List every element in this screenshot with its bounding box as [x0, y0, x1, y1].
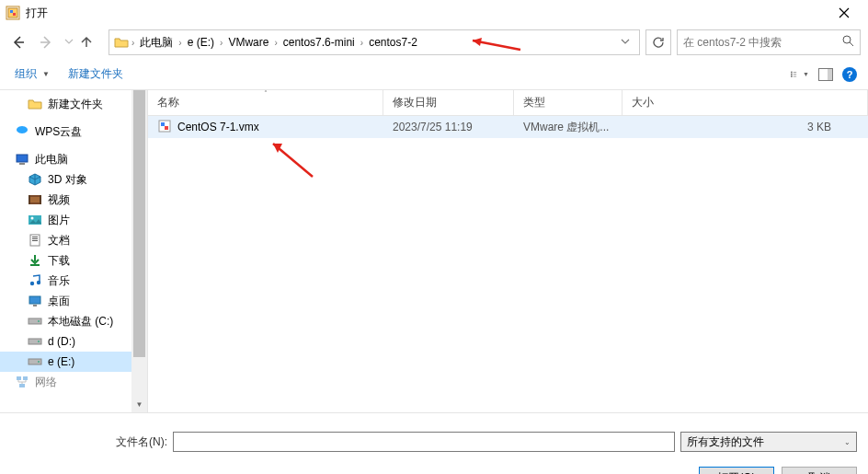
tree-label: 此电脑	[35, 152, 68, 168]
filename-input[interactable]	[173, 432, 675, 452]
sidebar-item[interactable]: 图片	[0, 210, 147, 230]
svg-rect-41	[165, 126, 168, 130]
svg-rect-10	[794, 75, 796, 76]
back-button[interactable]	[7, 31, 29, 53]
drive-icon	[28, 314, 42, 329]
sidebar-item[interactable]: 网络	[0, 372, 147, 392]
chevron-right-icon[interactable]: ›	[360, 38, 363, 48]
view-mode-button[interactable]: ▼	[791, 65, 809, 84]
sidebar-item[interactable]: 文档	[0, 230, 147, 250]
sort-indicator-icon: ˄	[264, 89, 268, 98]
navbar: › 此电脑 › e (E:) › VMware › centos7.6-mini…	[0, 26, 868, 59]
forward-button[interactable]	[35, 31, 57, 53]
svg-point-26	[30, 282, 34, 285]
downloads-icon	[28, 253, 42, 268]
sidebar-item[interactable]: 音乐	[0, 271, 147, 291]
filename-label: 文件名(N):	[11, 434, 167, 450]
breadcrumb-item[interactable]: centos7.6-mini	[280, 34, 359, 51]
tree-label: WPS云盘	[35, 124, 82, 140]
app-icon	[6, 6, 20, 20]
sidebar-item[interactable]: WPS云盘	[0, 121, 147, 142]
help-button[interactable]: ?	[842, 67, 857, 82]
new-folder-button[interactable]: 新建文件夹	[64, 64, 127, 84]
sidebar-item[interactable]: d (D:)	[0, 331, 147, 352]
organize-menu[interactable]: 组织 ▼	[11, 64, 53, 84]
column-header-row: ˄ 名称 修改日期 类型 大小	[148, 90, 868, 116]
sidebar-item[interactable]: 本地磁盘 (C:)	[0, 311, 147, 331]
sidebar-item[interactable]: e (E:)	[0, 352, 147, 372]
breadcrumb-item[interactable]: VMware	[224, 34, 272, 51]
column-header-name[interactable]: ˄ 名称	[148, 90, 383, 115]
open-button[interactable]: 打开(O)	[699, 467, 774, 474]
svg-point-27	[37, 281, 40, 284]
sidebar-item[interactable]: 视频	[0, 190, 147, 210]
search-box[interactable]	[677, 29, 861, 55]
search-icon[interactable]	[842, 35, 854, 50]
chevron-right-icon[interactable]: ›	[131, 38, 134, 48]
breadcrumb[interactable]: › 此电脑 › e (E:) › VMware › centos7.6-mini…	[108, 29, 640, 55]
file-type-filter[interactable]: 所有支持的文件 ⌄	[680, 432, 857, 452]
col-name-label: 名称	[157, 95, 179, 110]
toolbar: 组织 ▼ 新建文件夹 ▼ ?	[0, 59, 868, 90]
chevron-right-icon[interactable]: ›	[274, 38, 277, 48]
desktop-icon	[28, 294, 42, 308]
search-input[interactable]	[683, 36, 842, 49]
scroll-down-arrow[interactable]: ▼	[131, 397, 147, 412]
folder-icon	[28, 97, 42, 111]
chevron-right-icon[interactable]: ›	[220, 38, 223, 48]
svg-rect-36	[17, 376, 21, 380]
svg-point-4	[843, 36, 851, 43]
col-type-label: 类型	[523, 95, 545, 110]
file-pane: ˄ 名称 修改日期 类型 大小 CentOS 7-1.vmx2023/7/25 …	[148, 90, 868, 412]
up-button[interactable]	[75, 31, 97, 53]
svg-rect-28	[29, 296, 40, 304]
sidebar-item[interactable]: 此电脑	[0, 149, 147, 169]
tree-label: 下载	[48, 253, 70, 269]
caret-down-icon: ▼	[803, 71, 809, 77]
docs-icon	[28, 233, 42, 248]
thispc-icon	[15, 152, 29, 167]
column-header-size[interactable]: 大小	[622, 90, 868, 115]
sidebar-item[interactable]: 下载	[0, 250, 147, 271]
preview-pane-button[interactable]	[817, 65, 835, 84]
sidebar-item[interactable]: 新建文件夹	[0, 94, 147, 114]
title-text: 打开	[26, 6, 48, 21]
col-date-label: 修改日期	[393, 95, 437, 110]
cancel-button[interactable]: 取消	[782, 467, 857, 474]
chevron-right-icon[interactable]: ›	[178, 38, 181, 48]
breadcrumb-recent-dropdown[interactable]	[615, 37, 635, 48]
svg-rect-25	[30, 264, 40, 266]
svg-point-20	[31, 217, 34, 220]
scrollbar[interactable]: ▼	[131, 90, 147, 412]
breadcrumb-item[interactable]: e (E:)	[184, 34, 218, 51]
tree-label: e (E:)	[48, 355, 74, 368]
svg-rect-3	[13, 13, 16, 16]
titlebar: 打开	[0, 0, 868, 26]
scrollbar-thumb[interactable]	[133, 90, 145, 357]
column-header-type[interactable]: 类型	[514, 90, 622, 115]
vmx-file-icon	[157, 119, 172, 136]
svg-point-35	[38, 361, 40, 363]
svg-point-33	[38, 341, 40, 342]
svg-rect-5	[791, 71, 793, 73]
sidebar-item[interactable]: 桌面	[0, 291, 147, 311]
close-button[interactable]	[826, 2, 862, 24]
column-header-date[interactable]: 修改日期	[383, 90, 514, 115]
wps-icon	[15, 124, 29, 139]
cancel-button-label: 取消	[808, 470, 830, 475]
filename-bar: 文件名(N): 所有支持的文件 ⌄	[0, 412, 868, 459]
svg-rect-2	[10, 10, 13, 13]
sidebar-item[interactable]: 3D 对象	[0, 169, 147, 190]
drive-icon	[28, 334, 42, 349]
breadcrumb-item[interactable]: 此电脑	[136, 33, 177, 52]
refresh-button[interactable]	[645, 29, 671, 55]
breadcrumb-item[interactable]: centos7-2	[365, 34, 421, 51]
svg-rect-17	[29, 195, 30, 204]
history-dropdown[interactable]	[64, 36, 74, 49]
svg-rect-16	[30, 197, 40, 202]
filter-text: 所有支持的文件	[687, 434, 764, 450]
tree-label: 本地磁盘 (C:)	[48, 314, 113, 329]
svg-rect-23	[32, 238, 38, 239]
svg-rect-8	[794, 72, 796, 73]
file-row[interactable]: CentOS 7-1.vmx2023/7/25 11:19VMware 虚拟机.…	[148, 116, 868, 138]
